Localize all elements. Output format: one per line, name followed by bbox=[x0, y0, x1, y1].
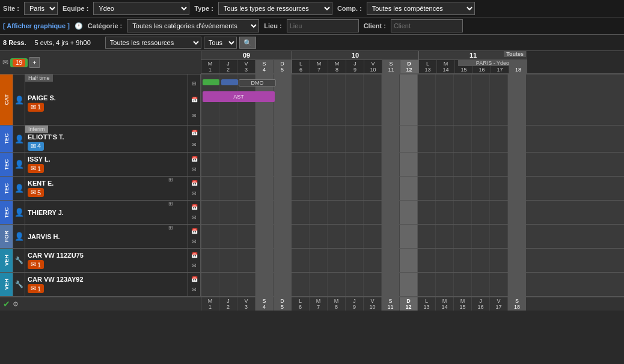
mail-icon[interactable]: ✉ bbox=[192, 166, 197, 172]
evts-count: 5 evts, 4 jrs + 9h00 bbox=[35, 39, 91, 46]
resource-name: THIERRY J. bbox=[28, 209, 185, 216]
type-label: Type : bbox=[194, 5, 213, 12]
resource-badge: ✉1 bbox=[28, 103, 44, 112]
comp-label: Comp. : bbox=[337, 5, 362, 12]
halftime-tag: Half time bbox=[25, 74, 53, 82]
clock-icon: 🕐 bbox=[75, 22, 83, 30]
client-label: Client : bbox=[364, 22, 386, 29]
type-badge-veh: VEH bbox=[4, 255, 10, 266]
paris-ydeo-banner: PARIS - Ydeo bbox=[458, 60, 527, 66]
event-blue[interactable] bbox=[221, 79, 238, 85]
filter-bar: 8 Ress. 5 evts, 4 jrs + 9h00 Toutes les … bbox=[0, 35, 624, 51]
type-badge-for: FOR bbox=[4, 231, 10, 242]
table-row: VEH 🔧 CAR VW 123AY92 ✉1 📅 ✉ bbox=[0, 273, 624, 297]
type-badge-cat: CAT bbox=[4, 94, 10, 105]
mail-icon[interactable]: ✉ bbox=[192, 238, 197, 244]
lieu-label: Lieu : bbox=[264, 22, 281, 29]
categorie-select[interactable]: Toutes les catégories d'événements bbox=[127, 19, 259, 32]
resource-name: CAR VW 112ZU75 bbox=[28, 252, 185, 259]
ress-count: 8 Ress. bbox=[3, 39, 26, 46]
resource-name: ISSY L. bbox=[28, 156, 185, 163]
event-ast[interactable]: AST bbox=[203, 91, 275, 102]
checkmark-icon[interactable]: ✔ bbox=[3, 299, 10, 309]
table-row: FOR 👤 ⊞ JARVIS H. 📅 ✉ bbox=[0, 225, 624, 249]
top-bar-row2: [ Afficher graphique ] 🕐 Catégorie : Tou… bbox=[0, 17, 624, 35]
table-row: TEC 👤 ISSY L. ✉1 📅 ✉ bbox=[0, 153, 624, 177]
mail-header-icon: ✉ bbox=[2, 58, 8, 67]
calendar-icon[interactable]: 📅 bbox=[191, 130, 198, 136]
equipe-select[interactable]: Ydeo bbox=[93, 2, 189, 15]
lieu-input[interactable] bbox=[287, 19, 359, 32]
type-badge-tec: TEC bbox=[4, 183, 10, 194]
search-button[interactable]: 🔍 bbox=[239, 37, 256, 49]
mail-icon[interactable]: ✉ bbox=[192, 262, 197, 268]
calendar-icon[interactable]: 📅 bbox=[191, 228, 198, 234]
resource-name: ELIOTT'S T. bbox=[28, 133, 185, 141]
calendar-icon[interactable]: 📅 bbox=[191, 97, 198, 103]
mail-icon[interactable]: ✉ bbox=[192, 190, 197, 196]
resource-name: JARVIS H. bbox=[28, 233, 185, 240]
calendar-icon[interactable]: 📅 bbox=[191, 252, 198, 258]
gear-icon[interactable]: ⚙ bbox=[13, 300, 19, 308]
type-select[interactable]: Tous les types de ressources bbox=[218, 2, 332, 15]
interim-tag: Interim bbox=[25, 126, 48, 133]
mail-icon[interactable]: ✉ bbox=[192, 113, 197, 119]
mail-icon[interactable]: ✉ bbox=[192, 214, 197, 220]
calendar-icon[interactable]: 📅 bbox=[191, 156, 198, 162]
mail-icon[interactable]: ✉ bbox=[192, 142, 197, 148]
event-dmo[interactable]: DMO bbox=[239, 79, 276, 86]
resource-badge: ✉1 bbox=[28, 260, 44, 269]
table-row: TEC 👤 ⊞ KENT E. ✉5 📅 ✉ bbox=[0, 177, 624, 201]
person-icon: 👤 bbox=[13, 126, 25, 152]
table-row: CAT 👤 Half time PAIGE S. ✉1 ⊞ 📅 ✉ bbox=[0, 74, 624, 126]
resource-badge: ✉5 bbox=[28, 188, 44, 197]
categorie-label: Catégorie : bbox=[88, 22, 122, 29]
type-badge-tec: TEC bbox=[4, 207, 10, 218]
table-row: VEH 🔧 CAR VW 112ZU75 ✉1 📅 ✉ bbox=[0, 249, 624, 273]
type-badge-tec: TEC bbox=[4, 159, 10, 170]
calendar-icon[interactable]: 📅 bbox=[191, 204, 198, 210]
afficher-graphique-link[interactable]: [ Afficher graphique ] bbox=[3, 22, 70, 29]
resource-badge: ✉1 bbox=[28, 164, 44, 173]
comp-select[interactable]: Toutes les compétences bbox=[367, 2, 475, 15]
resource-badge: ✉4 bbox=[28, 142, 44, 151]
calendar-icon2[interactable]: 📅 bbox=[191, 276, 198, 282]
top-bar: Site : Paris Equipe : Ydeo Type : Tous l… bbox=[0, 0, 624, 17]
add-event-button[interactable]: + bbox=[29, 57, 39, 68]
table-row: TEC 👤 ⊞ THIERRY J. 📅 ✉ bbox=[0, 201, 624, 225]
notification-badge: 19 bbox=[10, 58, 28, 67]
type-badge-veh2: VEH bbox=[4, 279, 10, 290]
site-label: Site : bbox=[3, 5, 19, 12]
resource-name: CAR VW 123AY92 bbox=[28, 276, 185, 283]
person-icon: 👤 bbox=[13, 74, 25, 125]
resize-icon[interactable]: ⊞ bbox=[192, 80, 197, 86]
site-select[interactable]: Paris bbox=[24, 2, 58, 15]
event-green[interactable] bbox=[203, 79, 219, 85]
equipe-label: Equipe : bbox=[63, 5, 88, 12]
calendar-icon[interactable]: 📅 bbox=[191, 180, 198, 186]
type-badge-tec: TEC bbox=[4, 133, 10, 144]
toutes-label: Toutes bbox=[504, 51, 526, 57]
client-input[interactable] bbox=[391, 19, 463, 32]
resources-filter[interactable]: Toutes les ressources bbox=[105, 37, 201, 49]
resource-name: KENT E. bbox=[28, 180, 185, 187]
mail-icon2[interactable]: ✉ bbox=[192, 287, 197, 293]
resource-badge: ✉1 bbox=[28, 284, 44, 293]
tous-filter[interactable]: Tous bbox=[204, 37, 237, 49]
resource-name: PAIGE S. bbox=[28, 94, 185, 102]
table-row: TEC 👤 Interim ELIOTT'S T. ✉4 📅 ✉ bbox=[0, 126, 624, 153]
